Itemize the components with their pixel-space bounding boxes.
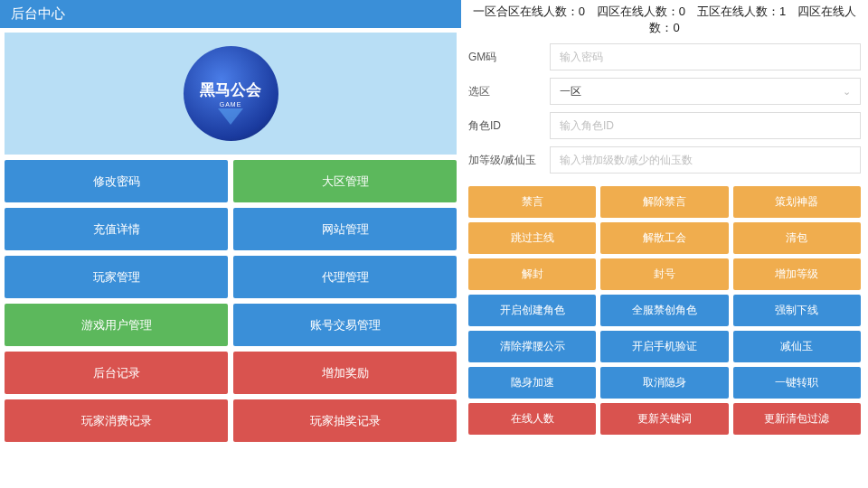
menu-btn-1[interactable]: 大区管理 xyxy=(233,160,457,202)
menu-btn-7[interactable]: 账号交易管理 xyxy=(233,304,457,346)
form-area: GM码 选区 一区 ⌄ 角色ID 加等级/减仙玉 xyxy=(468,43,861,181)
action-btn-1[interactable]: 解除禁言 xyxy=(600,186,728,218)
logo: 黑马公会 GAME xyxy=(184,46,278,141)
chevron-down-icon: ⌄ xyxy=(843,86,851,98)
logo-subtext: GAME xyxy=(220,101,242,108)
action-btn-10[interactable]: 全服禁创角色 xyxy=(600,295,728,326)
level-label: 加等级/减仙玉 xyxy=(468,153,550,168)
logo-arrow-icon xyxy=(218,108,243,125)
menu-btn-4[interactable]: 玩家管理 xyxy=(5,256,228,298)
left-panel: 后台中心 黑马公会 GAME 修改密码大区管理充值详情网站管理玩家管理代理管理游… xyxy=(0,0,461,488)
banner: 黑马公会 GAME xyxy=(5,33,457,155)
action-btn-2[interactable]: 策划神器 xyxy=(733,186,861,218)
action-btn-11[interactable]: 强制下线 xyxy=(733,295,861,326)
menu-grid: 修改密码大区管理充值详情网站管理玩家管理代理管理游戏用户管理账号交易管理后台记录… xyxy=(0,155,461,488)
menu-btn-3[interactable]: 网站管理 xyxy=(233,208,457,250)
menu-btn-2[interactable]: 充值详情 xyxy=(5,208,228,250)
menu-btn-0[interactable]: 修改密码 xyxy=(5,160,228,202)
zone-row: 选区 一区 ⌄ xyxy=(468,78,861,105)
menu-btn-9[interactable]: 增加奖励 xyxy=(233,352,457,394)
menu-btn-11[interactable]: 玩家抽奖记录 xyxy=(233,399,457,442)
action-btn-8[interactable]: 增加等级 xyxy=(733,258,861,290)
online-status: 一区合区在线人数：0 四区在线人数：0 五区在线人数：1 四区在线人数：0 xyxy=(468,4,861,38)
action-btn-20[interactable]: 更新清包过滤 xyxy=(733,403,861,435)
level-row: 加等级/减仙玉 xyxy=(468,146,861,174)
action-btn-0[interactable]: 禁言 xyxy=(468,186,596,218)
menu-btn-10[interactable]: 玩家消费记录 xyxy=(5,399,228,442)
action-btn-12[interactable]: 清除撑腰公示 xyxy=(468,331,596,362)
zone-value: 一区 xyxy=(560,84,581,99)
action-btn-18[interactable]: 在线人数 xyxy=(468,403,596,435)
logo-text: 黑马公会 xyxy=(200,80,261,100)
right-panel: 一区合区在线人数：0 四区在线人数：0 五区在线人数：1 四区在线人数：0 GM… xyxy=(461,0,868,488)
gm-input[interactable] xyxy=(550,43,861,70)
action-btn-9[interactable]: 开启创建角色 xyxy=(468,295,596,326)
action-btn-6[interactable]: 解封 xyxy=(468,258,596,290)
action-btn-14[interactable]: 减仙玉 xyxy=(733,331,861,362)
menu-btn-5[interactable]: 代理管理 xyxy=(233,256,457,298)
action-btn-5[interactable]: 清包 xyxy=(733,222,861,254)
gm-label: GM码 xyxy=(468,50,550,65)
zone-select[interactable]: 一区 ⌄ xyxy=(550,78,861,105)
menu-btn-6[interactable]: 游戏用户管理 xyxy=(5,304,228,346)
page-title: 后台中心 xyxy=(0,0,461,28)
action-btn-7[interactable]: 封号 xyxy=(600,258,728,290)
action-btn-3[interactable]: 跳过主线 xyxy=(468,222,596,254)
gm-row: GM码 xyxy=(468,43,861,70)
action-btn-16[interactable]: 取消隐身 xyxy=(600,367,728,399)
menu-btn-8[interactable]: 后台记录 xyxy=(5,352,228,394)
action-btn-17[interactable]: 一键转职 xyxy=(733,367,861,399)
level-input[interactable] xyxy=(550,146,861,174)
action-grid: 禁言解除禁言策划神器跳过主线解散工会清包解封封号增加等级开启创建角色全服禁创角色… xyxy=(468,186,861,435)
action-btn-13[interactable]: 开启手机验证 xyxy=(600,331,728,362)
zone-label: 选区 xyxy=(468,84,550,99)
role-row: 角色ID xyxy=(468,112,861,139)
action-btn-15[interactable]: 隐身加速 xyxy=(468,367,596,399)
action-btn-4[interactable]: 解散工会 xyxy=(600,222,728,254)
role-input[interactable] xyxy=(550,112,861,139)
role-label: 角色ID xyxy=(468,118,550,134)
action-btn-19[interactable]: 更新关键词 xyxy=(600,403,728,435)
